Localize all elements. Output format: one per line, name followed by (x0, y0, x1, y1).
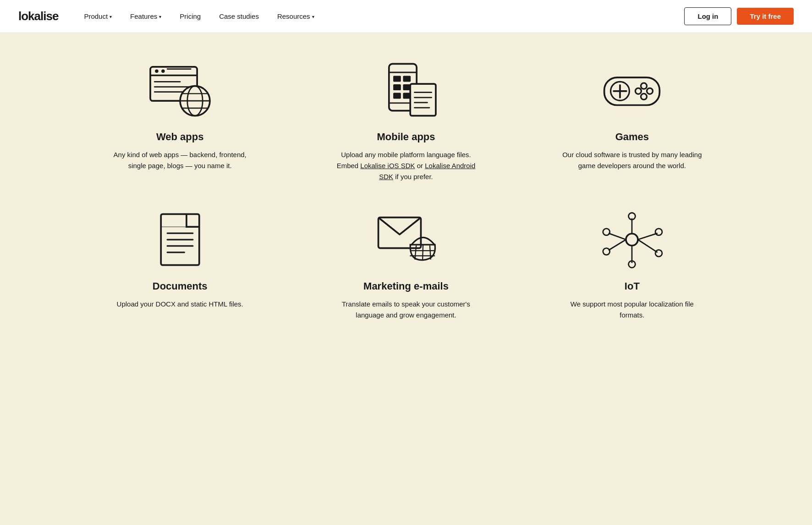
chevron-down-icon: ▾ (159, 14, 161, 19)
web-apps-title: Web apps (156, 131, 204, 143)
card-games: Games Our cloud software is trusted by m… (538, 60, 727, 182)
svg-line-53 (638, 240, 658, 252)
svg-point-31 (641, 83, 647, 89)
svg-rect-18 (393, 84, 401, 90)
svg-rect-22 (410, 84, 436, 116)
chevron-down-icon: ▾ (110, 14, 112, 19)
mobile-apps-desc: Upload any mobile platform language file… (333, 149, 479, 182)
documents-icon (146, 210, 214, 269)
card-marketing-emails: Marketing e-mails Translate emails to sp… (311, 210, 500, 321)
nav-resources[interactable]: Resources ▾ (270, 9, 322, 24)
logo[interactable]: lokalise (18, 9, 58, 23)
try-free-button[interactable]: Try it free (737, 8, 794, 25)
nav-features[interactable]: Features ▾ (123, 9, 169, 24)
documents-desc: Upload your DOCX and static HTML files. (117, 299, 243, 310)
svg-point-57 (655, 229, 662, 235)
games-desc: Our cloud software is trusted by many le… (559, 149, 705, 171)
games-title: Games (615, 131, 649, 143)
card-iot: IoT We support most popular localization… (538, 210, 727, 321)
svg-line-42 (422, 245, 423, 260)
nav-product[interactable]: Product ▾ (77, 9, 119, 24)
svg-point-59 (655, 250, 662, 257)
mobile-apps-icon (372, 60, 440, 120)
svg-point-33 (641, 93, 647, 99)
svg-line-52 (609, 240, 626, 250)
web-apps-desc: Any kind of web apps — backend, frontend… (107, 149, 253, 171)
svg-point-34 (636, 88, 642, 94)
svg-point-32 (647, 88, 653, 94)
iot-title: IoT (625, 280, 640, 292)
mobile-apps-title: Mobile apps (377, 131, 435, 143)
documents-title: Documents (153, 280, 208, 292)
svg-line-51 (638, 233, 658, 240)
svg-point-2 (155, 70, 158, 73)
iot-desc: We support most popular localization fil… (559, 299, 705, 321)
svg-line-50 (609, 233, 626, 240)
marketing-emails-icon (372, 210, 440, 269)
card-web-apps: Web apps Any kind of web apps — backend,… (85, 60, 274, 182)
svg-rect-17 (403, 76, 411, 82)
svg-point-47 (626, 234, 638, 246)
card-documents: Documents Upload your DOCX and static HT… (85, 210, 274, 321)
nav-case-studies[interactable]: Case studies (212, 9, 266, 24)
marketing-emails-desc: Translate emails to speak your customer'… (333, 299, 479, 321)
svg-rect-16 (393, 76, 401, 82)
nav-links: Product ▾ Features ▾ Pricing Case studie… (77, 9, 684, 24)
card-mobile-apps: Mobile apps Upload any mobile platform l… (311, 60, 500, 182)
nav-pricing[interactable]: Pricing (172, 9, 208, 24)
svg-rect-20 (393, 93, 401, 99)
svg-point-58 (603, 248, 610, 255)
marketing-emails-title: Marketing e-mails (363, 280, 449, 292)
svg-rect-27 (604, 77, 660, 105)
svg-point-56 (603, 229, 610, 235)
nav-actions: Log in Try it free (684, 7, 794, 25)
main-content: Web apps Any kind of web apps — backend,… (0, 33, 812, 525)
web-apps-icon (146, 60, 214, 120)
chevron-down-icon: ▾ (312, 14, 314, 19)
features-grid: Web apps Any kind of web apps — backend,… (85, 60, 727, 321)
navbar: lokalise Product ▾ Features ▾ Pricing Ca… (0, 0, 812, 33)
ios-sdk-link[interactable]: Lokalise iOS SDK (360, 162, 415, 170)
iot-icon (598, 210, 666, 269)
games-icon (598, 60, 666, 120)
login-button[interactable]: Log in (684, 7, 731, 25)
svg-point-3 (161, 70, 165, 73)
